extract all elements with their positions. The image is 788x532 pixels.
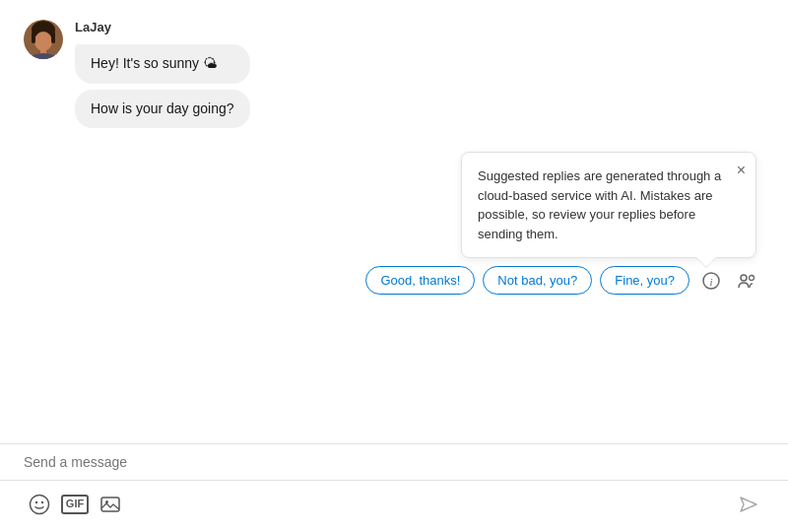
toolbar-row: GIF: [0, 481, 788, 532]
messages-column: LaJay Hey! It's so sunny 🌤 How is your d…: [75, 20, 250, 128]
more-options-icon-button[interactable]: [733, 267, 760, 295]
svg-point-11: [31, 496, 49, 514]
svg-point-10: [750, 275, 755, 280]
svg-rect-3: [32, 32, 35, 43]
svg-point-12: [35, 501, 37, 503]
gif-label: GIF: [61, 495, 89, 513]
gif-icon-button[interactable]: GIF: [59, 489, 91, 520]
reply-chip-2[interactable]: Not bad, you?: [483, 266, 592, 295]
message-bubble-2: How is your day going?: [75, 90, 250, 129]
message-bubble-1: Hey! It's so sunny 🌤: [75, 44, 250, 84]
svg-point-9: [741, 275, 747, 281]
svg-text:i: i: [709, 275, 712, 287]
avatar: [24, 20, 63, 59]
tooltip-close-button[interactable]: ×: [737, 163, 746, 178]
emoji-icon-button[interactable]: [24, 489, 55, 520]
chat-area: LaJay Hey! It's so sunny 🌤 How is your d…: [0, 0, 788, 443]
sender-name: LaJay: [75, 20, 250, 34]
image-icon-button[interactable]: [95, 489, 126, 520]
reply-chip-1[interactable]: Good, thanks!: [365, 266, 475, 295]
svg-point-13: [41, 501, 43, 503]
ai-tooltip: × Suggested replies are generated throug…: [461, 152, 756, 258]
send-button[interactable]: [733, 489, 764, 520]
svg-point-2: [34, 32, 52, 51]
svg-rect-14: [101, 498, 119, 511]
svg-point-15: [105, 500, 108, 503]
suggested-replies-area: × Suggested replies are generated throug…: [24, 152, 764, 295]
input-row: [0, 444, 788, 480]
message-group: LaJay Hey! It's so sunny 🌤 How is your d…: [24, 20, 764, 128]
reply-buttons-row: Good, thanks! Not bad, you? Fine, you? i: [365, 266, 764, 295]
info-icon-button[interactable]: i: [697, 267, 725, 295]
svg-rect-4: [51, 32, 55, 43]
message-input[interactable]: [24, 454, 764, 470]
reply-chip-3[interactable]: Fine, you?: [600, 266, 690, 295]
